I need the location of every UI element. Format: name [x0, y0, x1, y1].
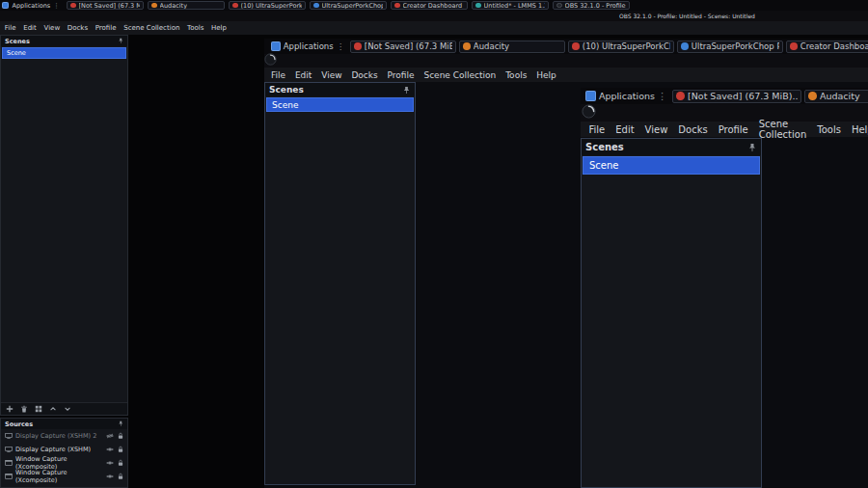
visibility-toggle[interactable] [106, 474, 114, 479]
captured-scenes-dock-header: Scenes [265, 83, 415, 96]
red-app-dot-icon [70, 3, 76, 9]
source-label: Display Capture (XSHM) 2 [15, 432, 96, 440]
taskbar-window-button[interactable]: Creator Dashboard - itc... [391, 1, 468, 10]
menu-item-edit[interactable]: Edit [19, 24, 40, 32]
pin-icon[interactable] [118, 38, 124, 44]
sources-dock: Sources Display Capture (XSHM) 2 Display… [0, 418, 128, 488]
source-row[interactable]: Display Capture (XSHM) [1, 443, 127, 456]
applications-menu[interactable]: Applications ⋮ [2, 2, 60, 10]
lock-toggle[interactable] [118, 473, 123, 480]
lock-toggle[interactable] [118, 446, 123, 453]
menu-item-docks[interactable]: Docks [64, 24, 92, 32]
captured-menu-item-help: Help [531, 70, 560, 80]
captured-scene-item: Scene [266, 97, 414, 112]
lock-toggle[interactable] [118, 459, 123, 467]
pin-icon [402, 86, 411, 95]
taskbar-window-button[interactable]: [Not Saved] (67.3 MiB)... [67, 1, 144, 10]
plus-icon [6, 405, 14, 413]
menu-item-view[interactable]: View [41, 24, 64, 32]
menu-item-scene-collection[interactable]: Scene Collection [120, 24, 183, 32]
menu-item-tools[interactable]: Tools [183, 24, 207, 32]
source-row[interactable]: Window Capture (Xcomposite) [1, 470, 127, 483]
captured-menubar: File Edit View Docks Profile Scene Colle… [264, 68, 868, 82]
window-title: OBS 32.1.0 - Profile: Untitled - Scenes:… [619, 13, 755, 19]
chevron-down-icon [64, 405, 71, 413]
applications-menu-icon [585, 91, 596, 101]
captured-scene-item-label: Scene [589, 160, 619, 171]
captured-window-button-label: (10) UltraSuperPorkCho... [583, 41, 670, 51]
orange-app-dot-icon [463, 42, 471, 50]
taskbar-overflow-dots: ⋮ [53, 2, 60, 10]
source-row[interactable]: Window Capture (Xcomposite) [1, 456, 127, 470]
blue-app-dot-icon [313, 3, 319, 9]
eye-off-icon [106, 433, 114, 439]
preview-area[interactable]: Applications ⋮ [Not Saved] (67.3 MiB)...… [128, 35, 868, 488]
eye-icon [106, 474, 114, 479]
captured-window-button-label: Audacity [820, 91, 860, 101]
capture-mirror-level2: Applications ⋮ [Not Saved] (67.3 MiB)...… [581, 88, 868, 488]
taskbar-window-button[interactable]: Untitled* - LMMS 1.2.2 [472, 1, 549, 10]
add-scene-button[interactable] [6, 405, 14, 413]
obs-titlebar[interactable]: OBS 32.1.0 - Profile: Untitled - Scenes:… [0, 11, 868, 21]
menu-item-help[interactable]: Help [207, 24, 231, 32]
captured-menubar: File Edit View Docks Profile Scene Colle… [581, 122, 868, 137]
captured-window-button: Audacity [804, 90, 868, 103]
menu-item-file[interactable]: File [1, 24, 19, 32]
taskbar-window-button[interactable]: Audacity [148, 1, 225, 10]
source-label: Window Capture (Xcomposite) [15, 469, 103, 484]
captured-window-button-label: Creator Dashboard - itc... [800, 41, 868, 51]
taskbar-window-button[interactable]: (10) UltraSuperPorkCho... [229, 1, 306, 10]
menu-item-profile[interactable]: Profile [92, 24, 120, 32]
captured-window-button: [Not Saved] (67.3 MiB)... [350, 41, 456, 53]
source-row[interactable]: Display Capture (XSHM) 2 [1, 429, 127, 443]
captured-menu-item-scene-collection: Scene Collection [753, 119, 811, 140]
red-app-dot-icon [790, 42, 798, 50]
captured-menu-item-docks: Docks [346, 70, 382, 80]
scene-item[interactable]: Scene [2, 47, 126, 59]
captured-window-button-label: Audacity [474, 41, 509, 51]
visibility-toggle[interactable] [106, 460, 114, 466]
captured-window-button: UltraSuperPorkChop Pre... [677, 41, 783, 53]
red-app-dot-icon [676, 92, 685, 100]
applications-menu-icon [271, 41, 281, 51]
move-scene-up-button[interactable] [49, 405, 57, 413]
captured-menu-item-profile: Profile [383, 70, 420, 80]
captured-menu-item-view: View [639, 124, 673, 135]
red-app-dot-icon [394, 3, 400, 9]
captured-scenes-dock: Scenes Scene [264, 82, 416, 485]
visibility-toggle[interactable] [106, 433, 114, 439]
captured-applications-menu: Applications ⋮ [585, 91, 666, 101]
captured-menu-item-edit: Edit [290, 70, 316, 80]
visibility-toggle[interactable] [106, 447, 114, 452]
captured-scenes-dock-header: Scenes [582, 139, 761, 155]
captured-system-taskbar: Applications ⋮ [Not Saved] (67.3 MiB)...… [264, 39, 868, 54]
grid-mode-button[interactable] [35, 405, 42, 413]
remove-scene-button[interactable] [20, 405, 28, 413]
pin-icon[interactable] [118, 420, 124, 427]
move-scene-down-button[interactable] [64, 405, 71, 413]
captured-window-button-label: UltraSuperPorkChop Pre... [692, 41, 779, 51]
taskbar-overflow-dots: ⋮ [337, 41, 345, 51]
captured-scenes-dock-title: Scenes [585, 142, 624, 152]
captured-applications-menu: Applications ⋮ [271, 41, 344, 51]
captured-menu-item-help: Help [846, 124, 868, 135]
blue-app-dot-icon [681, 42, 689, 50]
captured-window-button: (10) UltraSuperPorkCho... [568, 41, 674, 53]
chevron-up-icon [49, 405, 57, 413]
captured-menu-item-profile: Profile [713, 124, 753, 135]
monitor-icon [5, 432, 13, 440]
lock-toggle[interactable] [118, 432, 123, 440]
scenes-dock-title: Scenes [5, 38, 30, 45]
capture-mirror-level1: Applications ⋮ [Not Saved] (67.3 MiB)...… [264, 39, 868, 488]
taskbar-window-button[interactable]: OBS 32.1.0 - Profile: Unt... [553, 1, 630, 10]
lock-icon [118, 446, 123, 453]
window-button-label: UltraSuperPorkChop Pre... [322, 2, 383, 10]
captured-menu-item-file: File [583, 124, 610, 135]
captured-window-button: Creator Dashboard - itc... [786, 41, 868, 53]
taskbar-window-button[interactable]: UltraSuperPorkChop Pre... [310, 1, 387, 10]
captured-menu-item-tools: Tools [501, 70, 531, 80]
window-button-label: Untitled* - LMMS 1.2.2 [484, 2, 545, 10]
captured-menu-item-view: View [316, 70, 346, 80]
captured-menu-item-edit: Edit [610, 124, 639, 135]
system-taskbar: Applications ⋮ [Not Saved] (67.3 MiB)...… [0, 0, 868, 11]
